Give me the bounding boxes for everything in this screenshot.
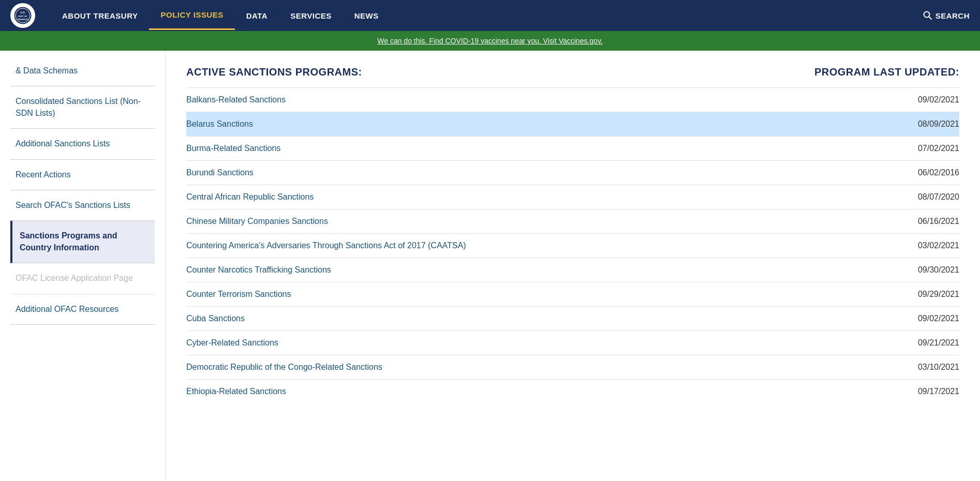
table-row: Democratic Republic of the Congo-Related… <box>186 355 959 380</box>
nav-link-policy[interactable]: POLICY ISSUES <box>149 1 234 30</box>
nav-link-services[interactable]: SERVICES <box>279 2 343 29</box>
sidebar-item-recent-actions[interactable]: Recent Actions <box>10 160 155 190</box>
sanctions-program-link[interactable]: Counter Narcotics Trafficking Sanctions <box>186 265 331 274</box>
table-row: Burundi Sanctions06/02/2016 <box>186 161 959 185</box>
sidebar-link-search-ofac[interactable]: Search OFAC's Sanctions Lists <box>16 201 130 209</box>
table-row: Burma-Related Sanctions07/02/2021 <box>186 137 959 161</box>
nav-item-policy[interactable]: POLICY ISSUES <box>149 1 234 30</box>
sanctions-program-date: 09/21/2021 <box>695 331 959 355</box>
search-icon <box>923 11 932 20</box>
sidebar-item-consolidated[interactable]: Consolidated Sanctions List (Non-SDN Lis… <box>10 86 155 129</box>
sanctions-program-link[interactable]: Burundi Sanctions <box>186 168 254 177</box>
main-container: & Data Schemas Consolidated Sanctions Li… <box>0 51 980 480</box>
sanctions-program-date: 09/30/2021 <box>695 258 959 282</box>
sanctions-program-link[interactable]: Countering America's Adversaries Through… <box>186 241 466 250</box>
nav-link-about[interactable]: ABOUT TREASURY <box>51 2 149 29</box>
sanctions-program-link[interactable]: Cyber-Related Sanctions <box>186 338 278 347</box>
sanctions-program-date: 06/16/2021 <box>695 209 959 234</box>
table-row: Balkans-Related Sanctions09/02/2021 <box>186 88 959 112</box>
sidebar-item-additional-lists[interactable]: Additional Sanctions Lists <box>10 129 155 159</box>
sidebar: & Data Schemas Consolidated Sanctions Li… <box>0 51 166 480</box>
col-programs-header: ACTIVE SANCTIONS PROGRAMS: <box>186 61 695 88</box>
col-updated-header: PROGRAM LAST UPDATED: <box>695 61 959 88</box>
content-area: ACTIVE SANCTIONS PROGRAMS: PROGRAM LAST … <box>166 51 980 480</box>
sanctions-program-date: 03/10/2021 <box>695 355 959 380</box>
covid-banner: We can do this. Find COVID-19 vaccines n… <box>0 31 980 51</box>
svg-text:DEPT OF: DEPT OF <box>18 15 27 18</box>
table-row: Countering America's Adversaries Through… <box>186 234 959 258</box>
sanctions-program-name: Chinese Military Companies Sanctions <box>186 209 695 234</box>
nav-item-data[interactable]: DATA <box>235 2 279 29</box>
nav-link-data[interactable]: DATA <box>235 2 279 29</box>
sanctions-program-name: Central African Republic Sanctions <box>186 185 695 209</box>
table-row: Ethiopia-Related Sanctions09/17/2021 <box>186 380 959 404</box>
sanctions-program-link[interactable]: Cuba Sanctions <box>186 314 245 323</box>
search-button[interactable]: SEARCH <box>923 11 970 20</box>
nav-links: ABOUT TREASURY POLICY ISSUES DATA SERVIC… <box>51 1 923 30</box>
nav-link-news[interactable]: NEWS <box>343 2 390 29</box>
sanctions-program-name: Cuba Sanctions <box>186 307 695 331</box>
top-navigation: U.S. DEPT OF TREASURY ABOUT TREASURY POL… <box>0 0 980 31</box>
sidebar-item-search-ofac[interactable]: Search OFAC's Sanctions Lists <box>10 190 155 221</box>
svg-text:TREASURY: TREASURY <box>17 18 28 21</box>
sanctions-program-date: 06/02/2016 <box>695 161 959 185</box>
sanctions-program-link[interactable]: Balkans-Related Sanctions <box>186 95 286 104</box>
sanctions-program-name: Ethiopia-Related Sanctions <box>186 380 695 404</box>
sanctions-program-link[interactable]: Chinese Military Companies Sanctions <box>186 217 328 226</box>
sidebar-link-sanctions-programs[interactable]: Sanctions Programs and Country Informati… <box>20 231 117 251</box>
sidebar-link-consolidated[interactable]: Consolidated Sanctions List (Non-SDN Lis… <box>16 97 141 117</box>
sanctions-program-name: Cyber-Related Sanctions <box>186 331 695 355</box>
nav-item-services[interactable]: SERVICES <box>279 2 343 29</box>
sidebar-link-additional-lists[interactable]: Additional Sanctions Lists <box>16 139 110 148</box>
logo-area[interactable]: U.S. DEPT OF TREASURY <box>10 3 35 28</box>
sanctions-program-link[interactable]: Counter Terrorism Sanctions <box>186 290 291 298</box>
sanctions-program-date: 03/02/2021 <box>695 234 959 258</box>
svg-text:U.S.: U.S. <box>20 11 25 14</box>
search-label: SEARCH <box>936 11 970 20</box>
sidebar-item-additional-ofac[interactable]: Additional OFAC Resources <box>10 294 155 325</box>
sanctions-program-name: Counter Terrorism Sanctions <box>186 282 695 307</box>
sanctions-program-name: Balkans-Related Sanctions <box>186 88 695 112</box>
sanctions-program-date: 09/02/2021 <box>695 307 959 331</box>
table-row: Counter Terrorism Sanctions09/29/2021 <box>186 282 959 307</box>
table-row: Cuba Sanctions09/02/2021 <box>186 307 959 331</box>
sanctions-program-name: Burma-Related Sanctions <box>186 137 695 161</box>
sidebar-link-ofac-license[interactable]: OFAC License Application Page <box>16 274 133 282</box>
sanctions-program-name: Democratic Republic of the Congo-Related… <box>186 355 695 380</box>
sidebar-item-ofac-license[interactable]: OFAC License Application Page <box>10 263 155 294</box>
table-row: Chinese Military Companies Sanctions06/1… <box>186 209 959 234</box>
sanctions-program-date: 09/29/2021 <box>695 282 959 307</box>
table-row: Cyber-Related Sanctions09/21/2021 <box>186 331 959 355</box>
treasury-logo: U.S. DEPT OF TREASURY <box>10 3 35 28</box>
sanctions-program-name: Belarus Sanctions <box>186 112 695 137</box>
sanctions-program-date: 09/17/2021 <box>695 380 959 404</box>
sidebar-item-sanctions-programs[interactable]: Sanctions Programs and Country Informati… <box>10 221 155 263</box>
sidebar-link-recent-actions[interactable]: Recent Actions <box>16 170 71 179</box>
table-row: Counter Narcotics Trafficking Sanctions0… <box>186 258 959 282</box>
sanctions-program-date: 08/09/2021 <box>695 112 959 137</box>
sanctions-program-name: Counter Narcotics Trafficking Sanctions <box>186 258 695 282</box>
sanctions-program-date: 09/02/2021 <box>695 88 959 112</box>
sanctions-program-link[interactable]: Central African Republic Sanctions <box>186 192 314 201</box>
sanctions-table: ACTIVE SANCTIONS PROGRAMS: PROGRAM LAST … <box>186 61 959 403</box>
sanctions-program-link[interactable]: Democratic Republic of the Congo-Related… <box>186 363 382 371</box>
sidebar-link-additional-ofac[interactable]: Additional OFAC Resources <box>16 305 118 313</box>
covid-link[interactable]: We can do this. Find COVID-19 vaccines n… <box>377 37 603 45</box>
sanctions-program-date: 07/02/2021 <box>695 137 959 161</box>
table-row: Central African Republic Sanctions08/07/… <box>186 185 959 209</box>
table-row: Belarus Sanctions08/09/2021 <box>186 112 959 137</box>
sanctions-program-date: 08/07/2020 <box>695 185 959 209</box>
sanctions-program-link[interactable]: Burma-Related Sanctions <box>186 144 280 153</box>
nav-item-news[interactable]: NEWS <box>343 2 390 29</box>
sanctions-program-name: Countering America's Adversaries Through… <box>186 234 695 258</box>
sanctions-program-link[interactable]: Belarus Sanctions <box>186 119 253 128</box>
sanctions-program-name: Burundi Sanctions <box>186 161 695 185</box>
sidebar-link-data-schemas[interactable]: & Data Schemas <box>16 66 78 75</box>
nav-item-about[interactable]: ABOUT TREASURY <box>51 2 149 29</box>
sanctions-program-link[interactable]: Ethiopia-Related Sanctions <box>186 387 286 396</box>
sidebar-item-data-schemas[interactable]: & Data Schemas <box>10 56 155 86</box>
svg-line-6 <box>929 17 931 19</box>
